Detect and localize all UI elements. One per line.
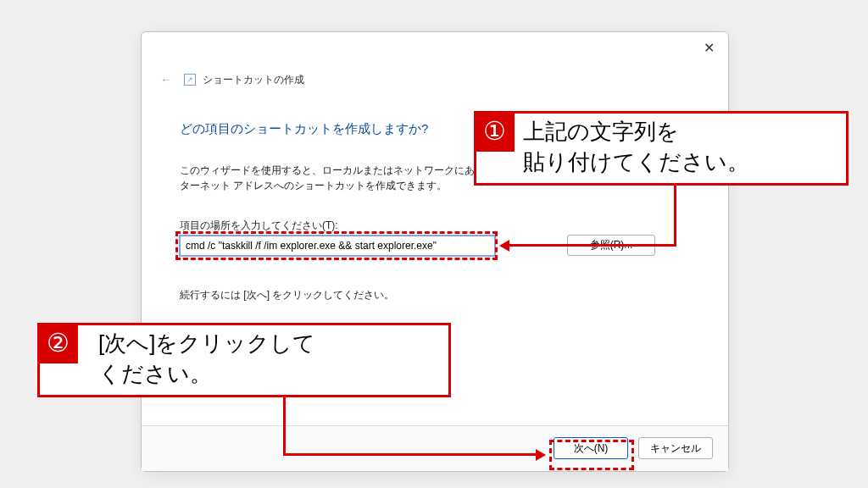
callout-2-number: ② [37,323,78,363]
close-icon[interactable]: ✕ [701,41,716,56]
callout-1-arrow-horizontal [507,244,676,247]
create-shortcut-dialog: ✕ ← ↗ ショートカットの作成 どの項目のショートカットを作成しますか? この… [141,31,729,472]
location-input-label: 項目の場所を入力してください(T): [180,219,338,233]
back-arrow-icon[interactable]: ← [160,73,172,86]
callout-2-text: [次へ]をクリックして ください。 [98,328,315,390]
location-input[interactable] [180,236,495,256]
dialog-button-bar: 次へ(N) キャンセル [142,425,728,471]
callout-1-arrow-vertical [674,186,676,247]
callout-2-arrow-vertical [283,397,286,455]
callout-2-arrow-horizontal [283,453,537,456]
callout-2-line2: ください。 [98,361,212,386]
dialog-description-line1: このウィザードを使用すると、ローカルまたはネットワークにある [180,164,485,178]
dialog-heading: どの項目のショートカットを作成しますか? [180,121,428,137]
shortcut-app-icon: ↗ [184,74,196,86]
continue-instruction: 続行するには [次へ] をクリックしてください。 [180,288,394,302]
callout-1-line2: 貼り付けてください。 [523,149,749,175]
callout-1-text: 上記の文字列を 貼り付けてください。 [523,116,749,178]
next-button[interactable]: 次へ(N) [554,437,628,459]
callout-1-number: ① [474,111,515,152]
callout-1-line1: 上記の文字列を [523,119,679,144]
callout-2-line1: [次へ]をクリックして [98,330,315,356]
callout-2-arrow-head-icon [536,449,546,461]
cancel-button[interactable]: キャンセル [638,437,713,459]
dialog-description-line2: ターネット アドレスへのショートカットを作成できます。 [180,179,447,193]
dialog-title: ショートカットの作成 [203,73,304,87]
callout-1-arrow-head-icon [499,240,509,252]
